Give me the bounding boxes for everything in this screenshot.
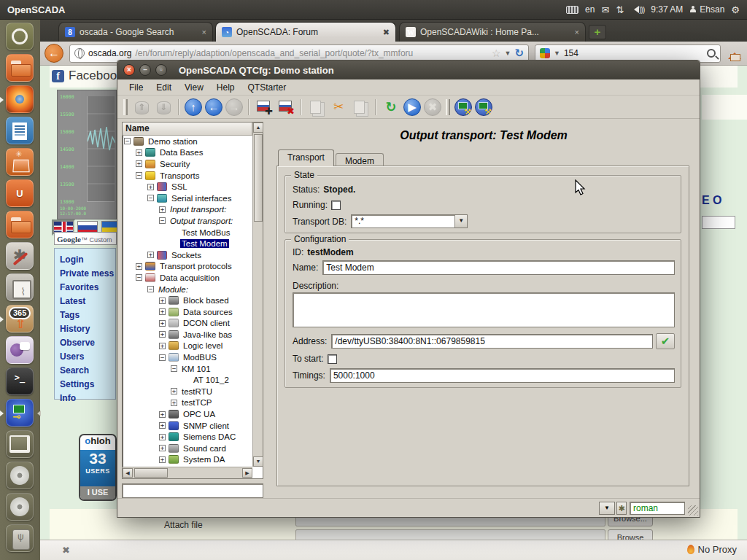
tree-item[interactable]: + OPC UA bbox=[123, 408, 252, 420]
session-gear-icon[interactable]: ⚙ bbox=[731, 5, 740, 15]
clock[interactable]: 9:37 AM bbox=[651, 4, 683, 15]
tree-item[interactable]: + Security bbox=[123, 158, 252, 170]
launcher-item[interactable] bbox=[6, 524, 35, 553]
tree-item[interactable]: AT 101_2 bbox=[123, 374, 252, 386]
tree-filter-input[interactable] bbox=[122, 483, 263, 498]
site-menu-link[interactable]: Info bbox=[60, 392, 115, 405]
tree-item[interactable]: + Siemens DAC bbox=[123, 431, 252, 443]
launcher-item[interactable]: U bbox=[6, 179, 35, 209]
site-menu-link[interactable]: Latest bbox=[60, 295, 115, 308]
tree-expander[interactable]: + bbox=[159, 206, 166, 213]
tree-item[interactable]: Test Modem bbox=[123, 238, 252, 249]
sync-arrows-icon[interactable]: ⇅ bbox=[616, 5, 624, 15]
launcher-item[interactable] bbox=[6, 54, 35, 83]
sound-icon[interactable]: ))) bbox=[630, 6, 644, 14]
tree-item[interactable]: + Java-like bas bbox=[123, 329, 252, 341]
tree-expander[interactable]: + bbox=[147, 252, 154, 258]
combo-arrow-icon[interactable]: ▼ bbox=[454, 215, 467, 228]
timings-input[interactable]: 5000:1000 bbox=[330, 368, 675, 383]
tree-expander[interactable]: + bbox=[159, 298, 166, 304]
launcher-item[interactable] bbox=[6, 273, 35, 303]
description-textarea[interactable] bbox=[293, 292, 675, 327]
menu-item[interactable]: View bbox=[179, 81, 209, 94]
site-menu-link[interactable]: Settings bbox=[60, 378, 115, 392]
menu-item[interactable]: Help bbox=[211, 81, 241, 94]
scroll-right-button[interactable]: ▶ bbox=[242, 468, 252, 478]
magnifier-icon[interactable] bbox=[707, 49, 716, 58]
tree-expander[interactable]: + bbox=[136, 149, 142, 156]
toolbar-button[interactable] bbox=[123, 99, 128, 115]
tree-item[interactable]: − Module: bbox=[123, 284, 252, 295]
tree-expander[interactable]: + bbox=[159, 434, 166, 440]
toolbar-button[interactable]: ✚ bbox=[255, 98, 274, 117]
tree-item[interactable]: + SNMP client bbox=[123, 420, 252, 432]
menu-item[interactable]: QTStarter bbox=[242, 81, 293, 94]
tree-expander[interactable]: + bbox=[159, 411, 166, 418]
tree-item[interactable]: + testRTU bbox=[123, 386, 252, 397]
tree-item[interactable]: + Data Bases bbox=[123, 147, 252, 159]
toolbar-button[interactable]: ✖ bbox=[424, 98, 441, 116]
address-input[interactable]: /dev/ttyUSB0:38400:8N1::0679859815 bbox=[331, 334, 653, 349]
facebook-icon[interactable]: f bbox=[52, 70, 64, 82]
site-menu-link[interactable]: Observe bbox=[60, 336, 115, 350]
tree-item[interactable]: + Sockets bbox=[123, 249, 252, 261]
tree-expander[interactable]: + bbox=[147, 184, 154, 190]
toolbar-button[interactable]: ✖ bbox=[276, 98, 295, 117]
statusbar-dropdown-button[interactable]: ▼ bbox=[599, 502, 615, 515]
launcher-item[interactable] bbox=[6, 117, 35, 146]
search-input[interactable]: 154 bbox=[564, 48, 703, 58]
site-menu-link[interactable]: Tags bbox=[60, 308, 115, 322]
toolbar-button[interactable]: ▶ bbox=[403, 98, 421, 116]
browse-button-2[interactable]: Browse bbox=[608, 529, 653, 540]
launcher-item[interactable] bbox=[6, 399, 35, 428]
site-menu-link[interactable]: Private mess bbox=[60, 267, 115, 281]
to-start-checkbox[interactable] bbox=[328, 354, 337, 364]
tree-expander[interactable]: − bbox=[147, 286, 154, 292]
new-tab-button[interactable]: + bbox=[589, 25, 606, 39]
toolbar-button[interactable]: ⇓ bbox=[154, 98, 173, 117]
toolbar-button[interactable] bbox=[475, 98, 492, 116]
tree-item[interactable]: + Data sources bbox=[123, 306, 252, 318]
scroll-thumb[interactable] bbox=[134, 468, 168, 478]
toolbar-button[interactable] bbox=[454, 98, 472, 116]
tree-expander[interactable]: + bbox=[171, 400, 177, 406]
toolbar-button[interactable]: ⇑ bbox=[132, 98, 151, 117]
site-menu-link[interactable]: Favorites bbox=[60, 281, 115, 295]
proxy-status[interactable]: No Proxy bbox=[687, 544, 737, 555]
tree-item[interactable]: + Block based bbox=[123, 295, 252, 306]
tree-item[interactable]: − Transports bbox=[123, 170, 252, 182]
tree-expander[interactable]: + bbox=[159, 331, 166, 338]
launcher-item[interactable] bbox=[6, 493, 35, 522]
site-menu-link[interactable]: Login bbox=[60, 253, 115, 267]
toolbar-button[interactable] bbox=[248, 99, 249, 115]
tree-item[interactable]: + SSL bbox=[123, 181, 252, 192]
tree-vertical-scrollbar[interactable]: ▲ ▼ bbox=[252, 122, 263, 467]
page-input-fragment[interactable] bbox=[702, 216, 735, 229]
toolbar-button[interactable]: ↑ bbox=[185, 98, 202, 116]
tree-item[interactable]: + Transport protocols bbox=[123, 261, 252, 273]
tree-horizontal-scrollbar[interactable]: ◀ ▶ bbox=[123, 467, 252, 478]
toolbar-button[interactable] bbox=[301, 99, 302, 115]
launcher-item[interactable]: >_ bbox=[6, 368, 35, 397]
launcher-item[interactable] bbox=[6, 148, 35, 177]
scroll-thumb[interactable] bbox=[254, 134, 263, 222]
tree-expander[interactable]: − bbox=[147, 195, 154, 201]
toolbar-button[interactable] bbox=[307, 98, 326, 117]
tree-item[interactable]: + testTCP bbox=[123, 397, 252, 409]
launcher-item[interactable] bbox=[6, 336, 35, 365]
tree-item[interactable]: + Logic level bbox=[123, 341, 252, 352]
panel-tab[interactable]: Transport bbox=[278, 149, 334, 166]
scroll-left-button[interactable]: ◀ bbox=[123, 468, 133, 478]
window-maximize-button[interactable]: ▫ bbox=[155, 64, 167, 76]
window-titlebar[interactable]: × – ▫ OpenSCADA QTCfg: Demo station bbox=[117, 61, 700, 79]
toolbar-button[interactable] bbox=[446, 99, 450, 115]
tree-item[interactable]: − Output transport: bbox=[123, 215, 252, 227]
tree-expander[interactable]: + bbox=[136, 263, 142, 270]
launcher-item[interactable] bbox=[6, 242, 35, 271]
tree-item[interactable]: + Sound card bbox=[123, 443, 252, 454]
tab-close-icon[interactable]: × bbox=[575, 28, 579, 36]
window-close-button[interactable]: × bbox=[123, 64, 135, 76]
launcher-item[interactable] bbox=[6, 462, 35, 491]
ohloh-badge[interactable]: ohloh 33 USERS I USE bbox=[79, 434, 117, 501]
toolbar-button[interactable]: ↻ bbox=[382, 98, 400, 117]
